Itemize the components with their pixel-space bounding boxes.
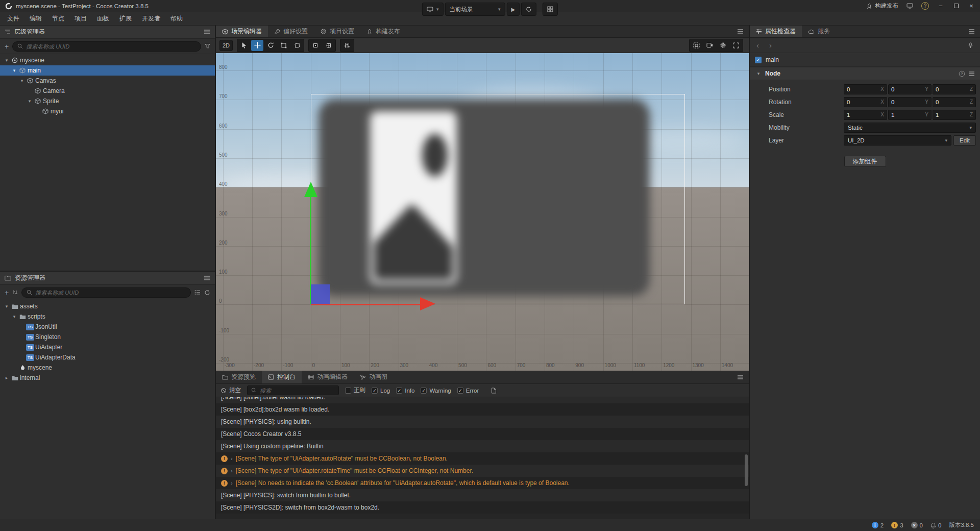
mode-2d-button[interactable]: 2D (219, 40, 233, 51)
status-errors[interactable]: × 0 (911, 522, 923, 528)
asset-item-jsonutil[interactable]: TSJsonUtil (0, 322, 215, 332)
vec3-field-y[interactable]: 1Y (888, 110, 932, 120)
menu-item-7[interactable]: 帮助 (165, 14, 188, 23)
scene-settings-button[interactable] (717, 40, 729, 51)
pin-icon[interactable] (968, 42, 973, 49)
tab-asset-preview[interactable]: 资源预览 (216, 371, 262, 383)
tab-inspector[interactable]: 属性检查器 (750, 26, 802, 37)
tool-select-button[interactable] (238, 40, 250, 51)
nav-back-button[interactable]: ‹ (756, 41, 759, 50)
asset-item-myscene[interactable]: myscene (0, 363, 215, 373)
layer-select[interactable]: UI_2D ▾ (844, 135, 951, 146)
menu-item-5[interactable]: 扩展 (114, 14, 137, 23)
asset-item-uiadapter[interactable]: TSUiAdapter (0, 342, 215, 352)
node-active-checkbox[interactable]: ✓ (755, 57, 762, 63)
coordinate-toggle-button[interactable] (323, 40, 335, 51)
pivot-toggle-button[interactable] (309, 40, 322, 51)
asset-item-internal[interactable]: ▸internal (0, 373, 215, 383)
inspector-menu-icon[interactable] (963, 26, 980, 37)
hierarchy-node-myui[interactable]: myui (0, 106, 215, 116)
status-warnings[interactable]: ! 3 (891, 522, 903, 528)
console-search-input[interactable] (260, 388, 335, 394)
maximize-button[interactable] (952, 2, 960, 10)
status-notifications[interactable]: 0 (930, 522, 941, 528)
log-row[interactable]: !›[Scene] The type of "UiAdapter.autoRot… (216, 452, 749, 465)
add-node-button[interactable]: + (5, 42, 9, 51)
log-row[interactable]: [Scene] Cocos Creator v3.8.5 (216, 428, 749, 440)
assets-search-input[interactable] (35, 289, 186, 296)
log-row[interactable]: [Scene] [box2d]:box2d wasm lib loaded. (216, 403, 749, 416)
gizmo-y-arrow-icon[interactable] (304, 182, 317, 197)
expand-arrow-icon[interactable]: ▾ (26, 99, 33, 104)
vec3-field-x[interactable]: 0X (844, 97, 887, 107)
vec3-field-z[interactable]: 0Z (933, 84, 976, 94)
gizmo-x-arrow-icon[interactable] (420, 297, 435, 310)
nav-forward-button[interactable]: › (769, 41, 772, 50)
tool-rect-button[interactable] (278, 40, 290, 51)
menu-item-2[interactable]: 节点 (47, 14, 69, 23)
node-menu-icon[interactable] (968, 71, 975, 77)
hierarchy-filter-icon[interactable] (205, 43, 210, 49)
editor-tabbar-menu-icon[interactable] (732, 26, 749, 37)
clear-console-button[interactable]: 清空 (220, 387, 241, 394)
help-button[interactable]: ? (921, 2, 929, 10)
mobility-select[interactable]: Static ▾ (844, 123, 976, 133)
tool-transform-button[interactable] (291, 40, 303, 51)
console-scrollbar[interactable] (745, 454, 748, 486)
reload-button[interactable] (521, 3, 536, 16)
status-info[interactable]: i 2 (872, 522, 884, 528)
snap-settings-button[interactable] (341, 40, 353, 51)
hierarchy-node-sprite[interactable]: ▾Sprite (0, 96, 215, 106)
chevron-right-icon[interactable]: › (231, 468, 233, 474)
gizmo-xy-plane-handle[interactable] (311, 284, 330, 304)
vec3-field-y[interactable]: 0Y (888, 84, 932, 94)
fullscreen-button[interactable] (730, 40, 742, 51)
scene-viewport[interactable]: 8007006005004003002001000-100-200-300-20… (216, 53, 749, 371)
layout-button[interactable] (543, 3, 558, 16)
log-row[interactable]: !›[Scene] No needs to indicate the 'cc.B… (216, 477, 749, 489)
tab-build-publish[interactable]: 构建发布 (360, 26, 406, 37)
hierarchy-node-camera[interactable]: Camera (0, 86, 215, 96)
refresh-assets-icon[interactable] (204, 289, 210, 296)
expand-arrow-icon[interactable]: ▾ (3, 304, 10, 309)
device-preview-icon[interactable] (906, 3, 913, 9)
vec3-field-x[interactable]: 0X (844, 84, 887, 94)
chevron-right-icon[interactable]: › (231, 455, 233, 462)
vec3-field-z[interactable]: 1Z (933, 110, 976, 120)
layer-edit-button[interactable]: Edit (953, 135, 976, 146)
log-file-icon[interactable] (491, 388, 497, 394)
menu-item-6[interactable]: 开发者 (137, 14, 165, 23)
expand-arrow-icon[interactable]: ▾ (3, 58, 10, 63)
tool-rotate-button[interactable] (264, 40, 277, 51)
console-filter-3[interactable]: ✓Warning (421, 388, 451, 394)
tab-preferences[interactable]: 偏好设置 (268, 26, 314, 37)
console-filter-4[interactable]: ✓Error (457, 388, 479, 394)
asset-item-uiadapterdata[interactable]: TSUiAdapterData (0, 352, 215, 363)
tab-animation-editor[interactable]: 动画编辑器 (302, 371, 354, 383)
expand-arrow-icon[interactable]: ▾ (11, 68, 18, 73)
tab-service[interactable]: 服务 (802, 26, 836, 37)
build-publish-button[interactable]: 构建发布 (866, 2, 898, 10)
hierarchy-node-myscene[interactable]: ▾myscene (0, 55, 215, 65)
asset-item-assets[interactable]: ▾assets (0, 301, 215, 311)
tab-animation-graph[interactable]: 动画图 (354, 371, 394, 383)
expand-arrow-icon[interactable]: ▾ (11, 314, 18, 319)
console-log-area[interactable]: [Scene] [bullet]:bullet wasm lib loaded.… (216, 397, 749, 519)
asset-item-singleton[interactable]: TSSingleton (0, 332, 215, 342)
log-row[interactable]: [Scene] [PHYSICS]: using builtin. (216, 416, 749, 428)
hierarchy-menu-icon[interactable] (204, 29, 210, 35)
vec3-field-x[interactable]: 1X (844, 110, 887, 120)
log-row[interactable]: [Scene] [bullet]:bullet wasm lib loaded. (216, 397, 749, 403)
menu-item-4[interactable]: 面板 (92, 14, 114, 23)
menu-item-1[interactable]: 编辑 (24, 14, 47, 23)
vec3-field-y[interactable]: 0Y (888, 97, 932, 107)
expand-arrow-icon[interactable]: ▾ (18, 78, 26, 83)
expand-arrow-icon[interactable]: ▸ (3, 375, 10, 380)
vec3-field-z[interactable]: 0Z (933, 97, 976, 107)
tab-scene-editor[interactable]: 场景编辑器 (216, 26, 268, 37)
add-component-button[interactable]: 添加组件 (844, 156, 886, 167)
sprite-node-preview[interactable] (318, 99, 650, 296)
node-section-header[interactable]: ▾ Node ? (750, 67, 980, 80)
add-asset-button[interactable]: + (5, 288, 9, 297)
platform-select[interactable]: ▾ (422, 3, 444, 16)
